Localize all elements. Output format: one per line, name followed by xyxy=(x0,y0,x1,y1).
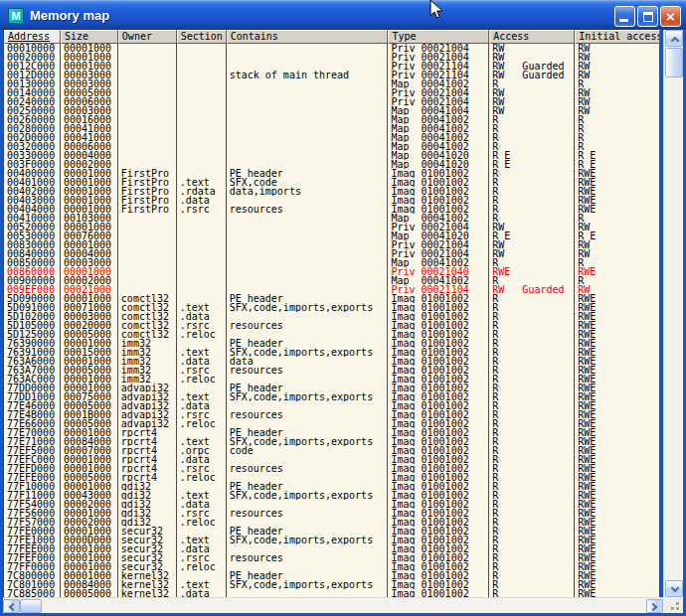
table-row-763A6000[interactable]: 763A600000001000imm32.datadataImag 01001… xyxy=(4,357,660,366)
table-row-00330000[interactable]: 0033000000004000Map 00041020R ER E xyxy=(4,151,660,160)
scroll-down-button[interactable] xyxy=(665,580,683,597)
chevron-down-icon xyxy=(671,584,679,592)
table-row-77FE0000[interactable]: 77FE000000001000secur32PE headerImag 010… xyxy=(4,527,660,536)
table-row-77FEF000[interactable]: 77FEF00000001000secur32.rsrcresourcesIma… xyxy=(4,553,660,562)
table-row-763A7000[interactable]: 763A700000005000imm32.rsrcresourcesImag … xyxy=(4,366,660,375)
table-row-00020000[interactable]: 0002000000001000Priv 00021004RWRW xyxy=(4,53,660,62)
horizontal-scroll-thumb[interactable] xyxy=(20,599,42,613)
cell-initial: RWE xyxy=(575,357,660,366)
cell-initial: RWE xyxy=(575,473,660,482)
table-row-77F11000[interactable]: 77F1100000043000gdi32.textSFX,code,impor… xyxy=(4,491,660,500)
titlebar[interactable]: M Memory map × xyxy=(0,0,686,30)
cell-type: Map 00041002 xyxy=(388,79,489,88)
table-row-00260000[interactable]: 0026000000016000Map 00041002RR xyxy=(4,115,660,124)
table-row-76390000[interactable]: 7639000000001000imm32PE headerImag 01001… xyxy=(4,339,660,348)
table-row-77FEE000[interactable]: 77FEE00000001000secur32.dataImag 0100100… xyxy=(4,544,660,553)
table-row-77E66000[interactable]: 77E6600000005000advapi32.relocImag 01001… xyxy=(4,419,660,428)
cell-address: 00830000 xyxy=(4,240,61,249)
table-row-00402000[interactable]: 0040200000001000FirstPro.rdatadata,impor… xyxy=(4,187,660,196)
column-header-address[interactable]: Address xyxy=(4,30,61,44)
table-row-00410000[interactable]: 0041000000103000Map 00041002RR xyxy=(4,214,660,223)
table-row-00404000[interactable]: 0040400000001000FirstPro.rsrcresourcesIm… xyxy=(4,205,660,214)
column-header-type[interactable]: Type xyxy=(388,30,489,44)
table-row-009EF000[interactable]: 009EF00000021000Priv 00021104RW GuardedR… xyxy=(4,285,660,294)
cell-address: 77EF5000 xyxy=(4,446,61,455)
table-row-00240000[interactable]: 0024000000006000Priv 00021004RWRW xyxy=(4,97,660,106)
table-row-5D090000[interactable]: 5D09000000001000comctl32PE headerImag 01… xyxy=(4,294,660,303)
cell-size: 00001000 xyxy=(61,178,118,187)
table-row-0012D000[interactable]: 0012D00000003000stack of main threadPriv… xyxy=(4,71,660,79)
table-row-77E71000[interactable]: 77E7100000084000rpcrt4.textSFX,code,impo… xyxy=(4,437,660,446)
table-row-00520000[interactable]: 0052000000001000Priv 00021004RWRW xyxy=(4,223,660,231)
cell-access: RW xyxy=(489,249,575,258)
table-row-00403000[interactable]: 0040300000001000FirstPro.dataImag 010010… xyxy=(4,196,660,205)
table-row-76391000[interactable]: 7639100000015000imm32.textSFX,code,impor… xyxy=(4,348,660,357)
table-row-00130000[interactable]: 0013000000003000Map 00041002RR xyxy=(4,79,660,88)
table-row-003F0000[interactable]: 003F000000002000Map 00041020R ER E xyxy=(4,160,660,169)
table-row-00850000[interactable]: 0085000000003000Map 00041002RR xyxy=(4,258,660,267)
minimize-button[interactable] xyxy=(614,6,635,27)
cell-access: R xyxy=(489,589,575,597)
scroll-right-button[interactable] xyxy=(646,599,663,613)
table-row-5D125000[interactable]: 5D12500000005000comctl32.relocImag 01001… xyxy=(4,330,660,339)
table-row-00010000[interactable]: 0001000000001000Priv 00021004RWRW xyxy=(4,44,660,53)
table-row-77E4B000[interactable]: 77E4B0000001B000advapi32.rsrcresourcesIm… xyxy=(4,410,660,419)
table-row-5D091000[interactable]: 5D09100000071000comctl32.textSFX,code,im… xyxy=(4,303,660,312)
table-row-00900000[interactable]: 0090000000002000Map 00041002RR xyxy=(4,276,660,285)
column-header-contains[interactable]: Contains xyxy=(227,30,389,44)
table-row-00320000[interactable]: 0032000000006000Map 00041002RR xyxy=(4,142,660,151)
table-row-77E70000[interactable]: 77E7000000001000rpcrt4PE headerImag 0100… xyxy=(4,428,660,437)
table-row-77FE1000[interactable]: 77FE10000000D000secur32.textSFX,code,imp… xyxy=(4,536,660,544)
table-row-5D105000[interactable]: 5D10500000020000comctl32.rsrcresourcesIm… xyxy=(4,321,660,330)
table-row-77EFE000[interactable]: 77EFE00000005000rpcrt4.relocImag 0100100… xyxy=(4,473,660,482)
cell-section xyxy=(177,53,227,62)
table-row-00860000[interactable]: 0086000000001000Priv 00021040RWERWE xyxy=(4,267,660,276)
column-header-size[interactable]: Size xyxy=(61,30,118,44)
table-row-77F10000[interactable]: 77F1000000001000gdi32PE headerImag 01001… xyxy=(4,482,660,491)
table-row-00840000[interactable]: 0084000000004000Priv 00021004RWRW xyxy=(4,249,660,258)
cell-contains xyxy=(227,589,389,597)
scroll-left-button[interactable] xyxy=(3,599,20,613)
table-row-77EFD000[interactable]: 77EFD00000001000rpcrt4.rsrcresourcesImag… xyxy=(4,464,660,473)
close-button[interactable]: × xyxy=(660,6,681,27)
cell-size: 00021000 xyxy=(61,285,118,294)
table-row-77F56000[interactable]: 77F5600000001000gdi32.rsrcresourcesImag … xyxy=(4,509,660,518)
table-row-7C800000[interactable]: 7C80000000001000kernel32PE headerImag 01… xyxy=(4,571,660,580)
table-row-77DD0000[interactable]: 77DD000000001000advapi32PE headerImag 01… xyxy=(4,384,660,392)
cell-address: 77FEE000 xyxy=(4,544,61,553)
table-row-77DD1000[interactable]: 77DD100000075000advapi32.textSFX,code,im… xyxy=(4,392,660,401)
table-row-0012C000[interactable]: 0012C00000001000Priv 00021104RW GuardedR… xyxy=(4,62,660,71)
table-row-77EF5000[interactable]: 77EF500000007000rpcrt4.orpccodeImag 0100… xyxy=(4,446,660,455)
column-header-owner[interactable]: Owner xyxy=(118,30,177,44)
chevron-up-icon xyxy=(671,37,679,45)
table-row-7C885000[interactable]: 7C88500000005000kernel32.dataImag 010010… xyxy=(4,589,660,597)
horizontal-scrollbar[interactable] xyxy=(3,597,663,613)
table-row-77F54000[interactable]: 77F5400000002000gdi32.dataImag 01001002R… xyxy=(4,500,660,509)
maximize-button[interactable] xyxy=(637,6,658,27)
column-header-initial[interactable]: Initial access xyxy=(575,30,660,44)
column-header-access[interactable]: Access xyxy=(489,30,575,44)
table-row-00401000[interactable]: 0040100000001000FirstPro.textSFX,codeIma… xyxy=(4,178,660,187)
table-row-00140000[interactable]: 0014000000005000Priv 00021004RWRW xyxy=(4,88,660,97)
table-row-00530000[interactable]: 0053000000076000Map 00041020R ER E xyxy=(4,231,660,240)
resize-grip[interactable] xyxy=(663,597,683,613)
table-row-002D0000[interactable]: 002D000000041000Map 00041002RR xyxy=(4,133,660,142)
table-row-77F57000[interactable]: 77F5700000002000gdi32.relocImag 01001002… xyxy=(4,518,660,527)
table-row-00280000[interactable]: 0028000000041000Map 00041002RR xyxy=(4,124,660,133)
scroll-up-button[interactable] xyxy=(665,30,683,47)
table-row-763AC000[interactable]: 763AC00000001000imm32.relocImag 01001002… xyxy=(4,375,660,384)
vertical-scrollbar[interactable] xyxy=(663,30,683,597)
table-row-00250000[interactable]: 0025000000003000Map 00041004RWRW xyxy=(4,106,660,115)
cell-access: R xyxy=(489,321,575,330)
vertical-scroll-thumb[interactable] xyxy=(665,48,683,77)
table-row-5D102000[interactable]: 5D10200000003000comctl32.dataImag 010010… xyxy=(4,312,660,321)
column-header-section[interactable]: Section xyxy=(177,30,227,44)
memory-table[interactable]: 0001000000001000Priv 00021004RWRW0002000… xyxy=(3,44,660,597)
table-row-77E46000[interactable]: 77E4600000005000advapi32.dataImag 010010… xyxy=(4,401,660,410)
table-row-77FF0000[interactable]: 77FF000000001000secur32.relocImag 010010… xyxy=(4,562,660,571)
table-row-7C801000[interactable]: 7C80100000084000kernel32.textSFX,code,im… xyxy=(4,580,660,589)
table-row-00400000[interactable]: 0040000000001000FirstProPE headerImag 01… xyxy=(4,169,660,178)
table-row-00830000[interactable]: 0083000000001000Priv 00021004RWRW xyxy=(4,240,660,249)
table-row-77EFC000[interactable]: 77EFC00000001000rpcrt4.dataImag 01001002… xyxy=(4,455,660,464)
cell-owner xyxy=(118,240,177,249)
